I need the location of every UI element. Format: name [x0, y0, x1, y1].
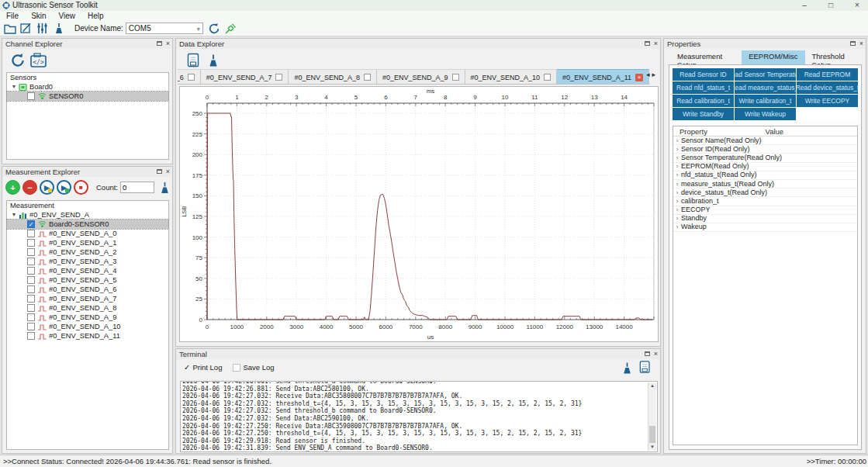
- measurement-item-checkbox[interactable]: [27, 332, 35, 340]
- expand-arrow-icon[interactable]: ›: [673, 223, 681, 231]
- expand-arrow-icon[interactable]: ›: [673, 171, 681, 179]
- sensor-node[interactable]: SENSOR0: [7, 92, 168, 101]
- property-row[interactable]: ›measure_status_t(Read Only): [673, 180, 857, 189]
- expand-arrow-icon[interactable]: ›: [673, 145, 681, 154]
- read-measure-status-t-button[interactable]: Read measure_status_t: [735, 81, 796, 94]
- read-sensor-id-button[interactable]: Read Sensor ID: [673, 68, 734, 81]
- write-wakeup-button[interactable]: Write Wakeup: [735, 108, 796, 120]
- float-panel-icon[interactable]: [157, 41, 162, 46]
- device-name-select[interactable]: COM5 ▾: [126, 22, 203, 34]
- scrollbar-thumb[interactable]: [649, 426, 655, 443]
- property-row[interactable]: ›device_status_t(Read Only): [673, 189, 857, 197]
- expand-caret-icon[interactable]: ▼: [10, 82, 18, 92]
- sensor-checkbox[interactable]: [27, 92, 35, 100]
- measurement-item[interactable]: #0_ENV_SEND_A_6: [7, 285, 168, 294]
- write-eecopy-button[interactable]: Write EECOPY: [797, 95, 858, 107]
- expand-arrow-icon[interactable]: ›: [673, 162, 681, 171]
- stop-button[interactable]: ■: [74, 180, 88, 195]
- terminal-log[interactable]: 2026-04-06 19:42:26.801: Send threshold_…: [180, 381, 658, 452]
- menu-item-skin[interactable]: Skin: [25, 12, 52, 20]
- data-tab[interactable]: #0_ENV_SEND_A_7: [201, 69, 289, 85]
- clear-log-button[interactable]: [621, 361, 634, 375]
- property-row[interactable]: ›Sensor ID(Read Only): [673, 145, 857, 154]
- save-data-button[interactable]: [185, 52, 202, 68]
- menu-item-help[interactable]: Help: [81, 12, 110, 20]
- property-row[interactable]: ›EECOPY: [673, 206, 857, 215]
- tab-scroll-right-button[interactable]: ▸: [652, 71, 658, 78]
- measurement-item[interactable]: #0_ENV_SEND_A_11: [7, 331, 168, 341]
- minimize-button[interactable]: –: [800, 0, 809, 11]
- tab-checkbox[interactable]: [544, 74, 551, 81]
- measurement-item[interactable]: #0_ENV_SEND_A_8: [7, 303, 168, 313]
- property-row[interactable]: ›nfd_status_t(Read Only): [673, 171, 857, 180]
- tab-checkbox[interactable]: [452, 74, 459, 81]
- count-input[interactable]: [120, 182, 154, 193]
- measurement-item-checkbox[interactable]: [27, 304, 35, 312]
- measurement-item[interactable]: #0_ENV_SEND_A_7: [7, 294, 168, 303]
- menu-item-view[interactable]: View: [53, 12, 82, 20]
- measurement-item[interactable]: #0_ENV_SEND_A_4: [7, 266, 168, 275]
- save-log-button[interactable]: [639, 361, 652, 374]
- read-nfd-status-t-button[interactable]: Read nfd_status_t: [673, 81, 734, 94]
- envelope-chart[interactable]: 01234567891011121314ms010002000300040005…: [180, 87, 658, 341]
- close-panel-icon[interactable]: ×: [166, 40, 170, 47]
- measurement-item-checkbox[interactable]: [27, 248, 35, 256]
- measurement-item-checkbox[interactable]: [27, 239, 35, 247]
- close-button[interactable]: ×: [852, 0, 862, 11]
- float-panel-icon[interactable]: [645, 41, 650, 46]
- read-device-status-t-button[interactable]: Read device_status_t: [797, 81, 858, 94]
- measurement-item-checkbox[interactable]: [27, 276, 35, 284]
- measurement-item-checkbox[interactable]: [27, 295, 35, 303]
- run-once-button[interactable]: ▶: [40, 180, 54, 195]
- measurement-item[interactable]: #0_ENV_SEND_A_0: [7, 229, 168, 238]
- refresh-ports-button[interactable]: [208, 22, 221, 35]
- menu-item-file[interactable]: File: [0, 12, 25, 20]
- tab-checkbox[interactable]: [188, 74, 195, 81]
- property-row[interactable]: ›Wakeup: [673, 223, 857, 232]
- measurement-item[interactable]: #0_ENV_SEND_A_9: [7, 313, 168, 322]
- maximize-button[interactable]: □: [826, 0, 835, 11]
- measurement-item-checkbox[interactable]: [27, 323, 35, 330]
- scan-sensors-button[interactable]: [9, 52, 26, 68]
- measurement-item-checkbox[interactable]: [27, 285, 35, 293]
- property-row[interactable]: ›EEPROM(Read Only): [673, 163, 857, 171]
- expand-arrow-icon[interactable]: ›: [673, 154, 681, 162]
- data-tab[interactable]: #0_ENV_SEND_A_11×: [557, 69, 649, 85]
- property-row[interactable]: ›calibration_t: [673, 197, 857, 206]
- float-panel-icon[interactable]: [850, 41, 856, 46]
- measurement-item-checkbox[interactable]: [27, 230, 35, 237]
- run-continuous-button[interactable]: ▶: [57, 180, 71, 195]
- save-log-checkbox[interactable]: [233, 364, 240, 372]
- print-log-checkbox[interactable]: ✓: [184, 363, 190, 372]
- edit-button[interactable]: [19, 22, 33, 35]
- scroll-down-icon[interactable]: ▼: [648, 444, 656, 451]
- scroll-up-icon[interactable]: ▲: [648, 382, 656, 389]
- data-tab[interactable]: #0_ENV_SEND_A_10: [465, 69, 558, 85]
- clear-measurements-button[interactable]: [158, 181, 171, 194]
- remove-measurement-button[interactable]: −: [22, 180, 37, 195]
- tab-checkbox[interactable]: [275, 74, 282, 81]
- measurement-item[interactable]: #0_ENV_SEND_A_10: [7, 322, 168, 331]
- measurement-group-node[interactable]: ▼ #0_ENV_SEND_A: [7, 210, 168, 220]
- write-standby-button[interactable]: Write Standby: [673, 108, 734, 120]
- read-eeprom-button[interactable]: Read EEPROM: [797, 68, 858, 81]
- write-calibration-t-button[interactable]: Write calibration_t: [735, 95, 796, 107]
- settings-sliders-button[interactable]: [36, 22, 49, 35]
- expand-arrow-icon[interactable]: ›: [673, 180, 681, 189]
- float-panel-icon[interactable]: [157, 169, 162, 174]
- property-row[interactable]: ›Standby: [673, 215, 857, 223]
- read-sensor-temperature-button[interactable]: Read Sensor Temperature: [735, 68, 796, 81]
- clear-charts-button[interactable]: [206, 52, 221, 68]
- expand-arrow-icon[interactable]: ›: [673, 197, 681, 206]
- measurement-item-checkbox[interactable]: [27, 267, 35, 275]
- measurement-item-checkbox[interactable]: [27, 313, 35, 321]
- board-node[interactable]: ▼ Board0: [7, 82, 168, 92]
- close-panel-icon[interactable]: ×: [654, 40, 658, 47]
- expand-caret-icon[interactable]: ▼: [10, 210, 18, 220]
- register-view-button[interactable]: </>: [29, 52, 47, 68]
- clear-brush-button[interactable]: [52, 22, 65, 35]
- data-tab[interactable]: #0_ENV_SEND_A_8: [289, 69, 377, 85]
- tab-close-icon[interactable]: ×: [635, 74, 643, 81]
- float-panel-icon[interactable]: [645, 351, 650, 356]
- data-tab[interactable]: #0_ENV_SEND_A_9: [377, 69, 465, 85]
